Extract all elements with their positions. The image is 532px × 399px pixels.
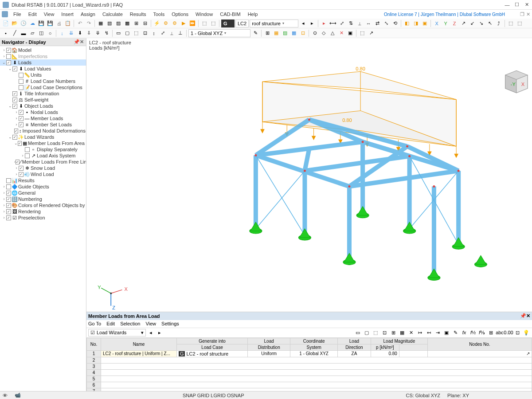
- bolt-icon[interactable]: ⚡: [153, 20, 161, 27]
- checkbox[interactable]: [12, 135, 17, 140]
- tree-node[interactable]: ℹTitle Information: [0, 90, 86, 97]
- tree-node[interactable]: ›💨Wind Load: [0, 171, 86, 177]
- checkbox[interactable]: [14, 129, 18, 133]
- line-icon[interactable]: ╱: [11, 29, 19, 37]
- snap3-icon[interactable]: △: [329, 29, 336, 37]
- cube2-icon[interactable]: ◨: [412, 20, 420, 27]
- expand-icon[interactable]: ›: [2, 184, 6, 189]
- mdi-restore-button[interactable]: ❐: [520, 12, 524, 17]
- checkbox[interactable]: [19, 73, 23, 78]
- tree-node[interactable]: ⌄✨Load Wizards: [0, 134, 86, 140]
- tree-node[interactable]: 📝Load Case Descriptions: [0, 84, 86, 90]
- pt6-icon[interactable]: ▦: [398, 329, 406, 336]
- pt14-icon[interactable]: abc: [496, 329, 504, 336]
- checkbox[interactable]: [6, 191, 11, 196]
- pt10-icon[interactable]: ⇥: [434, 329, 442, 336]
- load-wizards-drop[interactable]: ☑ Load Wizards▾: [88, 329, 146, 336]
- menu-cadbim[interactable]: CAD-BIM: [216, 11, 244, 18]
- grid5-icon[interactable]: ⊡: [299, 29, 307, 37]
- navigator-tree[interactable]: ›🏠Model›📐Imperfections⌄⬇Loads⌄⬇Load Valu…: [0, 46, 86, 391]
- redo-icon[interactable]: ↷: [85, 20, 93, 27]
- tree-node[interactable]: ›🌐General: [0, 190, 86, 196]
- col-p[interactable]: p [kN/m²]: [371, 344, 399, 350]
- checkbox[interactable]: [6, 60, 11, 65]
- tree-node[interactable]: ⌄⬇Loads: [0, 59, 86, 66]
- undo-icon[interactable]: ↶: [76, 20, 84, 27]
- tree-node[interactable]: 📏Units: [0, 72, 86, 78]
- col-nodes[interactable]: Nodes No.: [427, 338, 532, 350]
- close-button[interactable]: ✕: [524, 2, 529, 8]
- col-sys[interactable]: System: [290, 344, 338, 350]
- view5-icon[interactable]: ⊞: [132, 20, 140, 27]
- sel8-icon[interactable]: ⊥: [176, 29, 184, 37]
- col-dist-h[interactable]: Load: [248, 338, 290, 344]
- expand-icon[interactable]: ›: [2, 48, 6, 52]
- pt-fx-icon[interactable]: fx: [460, 329, 468, 336]
- data-grid[interactable]: No. Name Generate into Load Coordinate L…: [86, 338, 532, 391]
- checkbox[interactable]: [19, 116, 23, 121]
- view4-icon[interactable]: ▩: [123, 20, 131, 27]
- checkbox[interactable]: [12, 91, 17, 96]
- snap5-icon[interactable]: ▣: [346, 29, 354, 37]
- menu-calculate[interactable]: Calculate: [99, 11, 126, 18]
- ax-x-icon[interactable]: X: [433, 20, 441, 27]
- col-dir-h[interactable]: Load: [338, 338, 371, 344]
- maximize-button[interactable]: ☐: [514, 2, 520, 8]
- expand-icon[interactable]: ›: [14, 110, 19, 114]
- checkbox[interactable]: [12, 104, 17, 109]
- table-row[interactable]: 6: [87, 382, 532, 388]
- tree-node[interactable]: ›—Member Loads: [0, 115, 86, 121]
- dim1-icon[interactable]: ⟷: [329, 20, 337, 27]
- pt9-icon[interactable]: ↤: [425, 329, 433, 336]
- expand-icon[interactable]: ⌄: [8, 104, 12, 108]
- table-row[interactable]: 5: [87, 376, 532, 382]
- checkbox[interactable]: [6, 209, 11, 214]
- dim2-icon[interactable]: ⤢: [338, 20, 346, 27]
- snap4-icon[interactable]: ✕: [337, 29, 345, 37]
- coord-sys-drop[interactable]: 1 - Global XYZ▾: [188, 29, 250, 37]
- checkbox[interactable]: [25, 153, 30, 158]
- checkbox[interactable]: [12, 66, 17, 71]
- tree-node[interactable]: ›📐Imperfections: [0, 53, 86, 59]
- col-dist[interactable]: Distribution: [248, 344, 290, 350]
- view3-icon[interactable]: ▨: [114, 20, 122, 27]
- grid1-icon[interactable]: ⊞: [263, 29, 271, 37]
- tree-node[interactable]: ›🎨Colors of Rendered Objects by: [0, 202, 86, 208]
- grid2-icon[interactable]: ▦: [272, 29, 280, 37]
- grid3-icon[interactable]: ▨: [281, 29, 289, 37]
- col-dir[interactable]: Direction: [338, 344, 371, 350]
- tree-node[interactable]: ›🔷Guide Objects: [0, 184, 86, 190]
- dim3-icon[interactable]: ⇅: [347, 20, 355, 27]
- gears-icon[interactable]: ⚙: [171, 20, 179, 27]
- misc2-icon[interactable]: ↗: [367, 29, 375, 37]
- col-lc[interactable]: Load Case: [176, 344, 247, 350]
- print-icon[interactable]: 🖨: [55, 20, 63, 27]
- navigator-pin-icon[interactable]: 📌: [74, 39, 79, 45]
- tree-node[interactable]: ›∕Member Loads From Free Lin...: [0, 159, 86, 165]
- expand-icon[interactable]: ⌄: [8, 66, 12, 71]
- menu-assign[interactable]: Assign: [77, 11, 99, 18]
- load6-icon[interactable]: ↯: [102, 29, 110, 37]
- pt-next-icon[interactable]: ▸: [156, 329, 164, 336]
- flag-icon[interactable]: ▸: [320, 20, 328, 27]
- panel-menu-selection[interactable]: Selection: [120, 321, 140, 326]
- solid-icon[interactable]: ◫: [37, 29, 45, 37]
- cloud-icon[interactable]: ☁: [28, 20, 36, 27]
- load3-icon[interactable]: ⬇: [76, 29, 84, 37]
- cube3-icon[interactable]: ▣: [421, 20, 429, 27]
- pt13-icon[interactable]: ⊞: [487, 329, 495, 336]
- open-icon[interactable]: 📂: [11, 20, 19, 27]
- snap1-icon[interactable]: ⊙: [311, 29, 319, 37]
- table-row[interactable]: 3: [87, 363, 532, 369]
- checkbox[interactable]: [6, 203, 11, 208]
- sel3-icon[interactable]: ⬚: [132, 29, 140, 37]
- checkbox[interactable]: [19, 166, 23, 171]
- ax3-icon[interactable]: ↘: [477, 20, 485, 27]
- pt11-icon[interactable]: ▣: [442, 329, 450, 336]
- tree-node[interactable]: ›☑Preselection: [0, 215, 86, 221]
- save-icon[interactable]: 💾: [37, 20, 45, 27]
- pt12-icon[interactable]: ✎: [451, 329, 459, 336]
- col-gen-h[interactable]: Generate into: [176, 338, 247, 344]
- tree-node[interactable]: ↕Imposed Nodal Deformations: [0, 128, 86, 134]
- opt2-icon[interactable]: ⬚: [516, 20, 524, 27]
